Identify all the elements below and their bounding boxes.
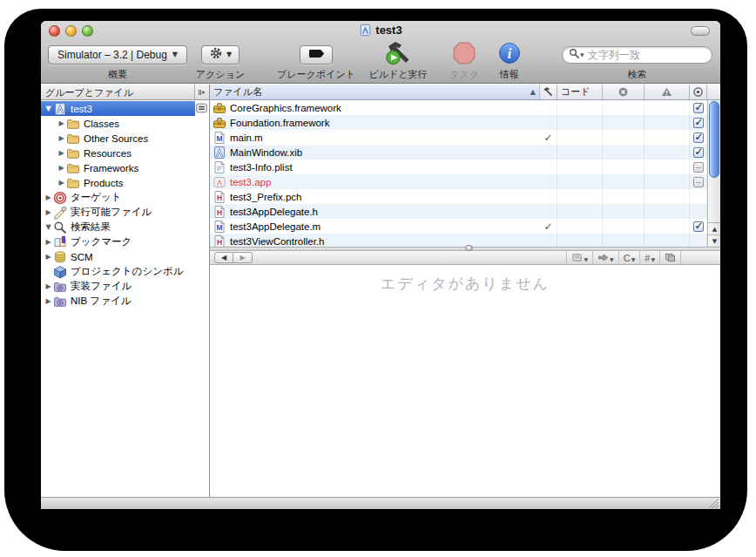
column-header-target[interactable] bbox=[690, 85, 707, 99]
search-scope-chevron-icon[interactable]: ▼ bbox=[580, 51, 584, 58]
action-button[interactable]: ▼ bbox=[201, 45, 240, 65]
disclosure-triangle-icon[interactable]: ▶ bbox=[57, 134, 66, 142]
row-menu-badge-icon[interactable] bbox=[196, 103, 207, 113]
sidebar-item-target-6[interactable]: ▶ターゲット bbox=[41, 190, 209, 205]
target-membership-checkbox[interactable] bbox=[693, 132, 704, 143]
counterpart-button[interactable] bbox=[659, 251, 680, 264]
scrollbar-thumb[interactable] bbox=[709, 101, 719, 178]
titlebar[interactable]: test3 bbox=[41, 21, 720, 40]
file-name-cell[interactable]: test3.app bbox=[210, 174, 540, 189]
disclosure-triangle-icon[interactable]: ▶ bbox=[57, 179, 66, 187]
forward-button[interactable]: ▶ bbox=[233, 252, 253, 263]
disclosure-triangle-icon[interactable]: ▶ bbox=[44, 208, 53, 216]
column-header-errors[interactable] bbox=[603, 85, 645, 99]
file-name-cell[interactable]: Mtest3AppDelegate.m bbox=[210, 219, 540, 234]
pending-edits-popup[interactable]: ▼ bbox=[592, 251, 618, 264]
line-number-popup[interactable]: # ▼ bbox=[639, 251, 659, 264]
file-name-cell[interactable]: MainWindow.xib bbox=[210, 145, 540, 160]
class-popup[interactable]: C ▼ bbox=[618, 251, 640, 264]
sidebar-item-folder-4[interactable]: ▶Frameworks bbox=[41, 160, 209, 175]
horizontal-splitter[interactable] bbox=[210, 247, 720, 250]
table-row[interactable]: Mtest3AppDelegate.m✓ bbox=[210, 219, 707, 234]
sidebar-item-xcode-project-0[interactable]: ▼test3 bbox=[41, 101, 209, 116]
table-row[interactable]: Htest3AppDelegate.h bbox=[210, 204, 707, 219]
sidebar-item-smart-group-12[interactable]: ▶実装ファイル bbox=[41, 279, 209, 294]
file-name-cell[interactable]: Htest3ViewController.h bbox=[210, 234, 540, 247]
splitter-dimple[interactable] bbox=[465, 245, 473, 251]
vertical-scrollbar[interactable]: ▲ ▼ bbox=[707, 100, 720, 247]
target-membership-checkbox[interactable] bbox=[693, 162, 704, 173]
sidebar-item-folder-2[interactable]: ▶Other Sources bbox=[41, 131, 209, 146]
table-row[interactable]: Htest3ViewController.h bbox=[210, 234, 707, 247]
build-and-go-icon[interactable] bbox=[383, 40, 413, 69]
sidebar-item-bookmarks-9[interactable]: ▶ブックマーク bbox=[41, 234, 209, 249]
errors-cell bbox=[603, 189, 645, 204]
sidebar-item-folder-5[interactable]: ▶Products bbox=[41, 175, 209, 190]
sidebar-split-toggle[interactable] bbox=[194, 85, 209, 99]
column-header-filename[interactable]: ファイル名 ▲ bbox=[210, 85, 540, 99]
disclosure-triangle-icon[interactable]: ▶ bbox=[44, 297, 53, 305]
sidebar-item-scm-10[interactable]: ▶SCM bbox=[41, 249, 209, 264]
build-label: ビルドと実行 bbox=[368, 69, 427, 80]
sidebar-item-smart-group-13[interactable]: ▶NIB ファイル bbox=[41, 294, 209, 309]
split-toggle-icon bbox=[197, 88, 207, 97]
file-name-cell[interactable]: CoreGraphics.framework bbox=[210, 100, 540, 115]
table-row[interactable]: test3.app bbox=[210, 174, 707, 189]
table-row[interactable]: test3-Info.plist bbox=[210, 160, 707, 174]
toolbar-item-build: ビルドと実行 bbox=[363, 40, 433, 80]
disclosure-triangle-icon[interactable]: ▶ bbox=[44, 253, 53, 261]
file-name-cell[interactable]: Htest3_Prefix.pch bbox=[210, 189, 540, 204]
disclosure-triangle-icon[interactable]: ▶ bbox=[57, 149, 66, 157]
disclosure-triangle-icon[interactable]: ▶ bbox=[57, 119, 66, 127]
column-header-compiled[interactable] bbox=[540, 85, 557, 99]
errors-cell bbox=[603, 145, 645, 160]
table-row[interactable]: Mmain.m✓ bbox=[210, 130, 707, 145]
column-header-code[interactable]: コード bbox=[557, 85, 603, 99]
target-membership-checkbox[interactable] bbox=[693, 103, 704, 113]
table-row[interactable]: Foundation.framework bbox=[210, 115, 707, 130]
overview-popup-button[interactable]: Simulator – 3.2 | Debug ▼ bbox=[48, 45, 187, 65]
toolbar-item-tasks: タスク bbox=[434, 40, 495, 80]
disclosure-triangle-icon[interactable]: ▶ bbox=[44, 282, 53, 290]
sidebar-item-project-symbols-11[interactable]: プロジェクトのシンボル bbox=[41, 264, 209, 279]
content-area: グループとファイル ▼test3▶Classes▶Other Sources▶R… bbox=[41, 85, 720, 497]
target-membership-checkbox[interactable] bbox=[693, 177, 704, 187]
back-button[interactable]: ◀ bbox=[214, 252, 233, 263]
file-name-cell[interactable]: Htest3AppDelegate.h bbox=[210, 204, 540, 219]
disclosure-triangle-icon[interactable]: ▶ bbox=[44, 194, 53, 201]
file-name-cell[interactable]: test3-Info.plist bbox=[210, 160, 540, 174]
search-icon[interactable] bbox=[569, 47, 580, 63]
sidebar-item-folder-3[interactable]: ▶Resources bbox=[41, 146, 209, 160]
filename-header-label: ファイル名 bbox=[213, 85, 262, 98]
overview-popup-value: Simulator – 3.2 | Debug bbox=[57, 49, 167, 61]
target-membership-checkbox[interactable] bbox=[693, 118, 704, 128]
scroll-down-arrow[interactable]: ▼ bbox=[708, 234, 720, 247]
disclosure-triangle-icon[interactable]: ▼ bbox=[44, 223, 53, 231]
file-name-cell[interactable]: Mmain.m bbox=[210, 130, 540, 145]
breakpoints-button[interactable] bbox=[300, 45, 333, 65]
sidebar-item-find-results-8[interactable]: ▼検索結果 bbox=[41, 220, 209, 234]
table-row[interactable]: CoreGraphics.framework bbox=[210, 100, 707, 115]
search-input[interactable] bbox=[588, 49, 720, 61]
table-row[interactable]: MainWindow.xib bbox=[210, 145, 707, 160]
column-header-warnings[interactable] bbox=[645, 85, 690, 99]
toolbar-toggle-capsule[interactable] bbox=[691, 26, 710, 36]
target-membership-checkbox[interactable] bbox=[693, 147, 704, 158]
window-title: test3 bbox=[41, 24, 720, 37]
bookmarks-popup[interactable]: ▼ bbox=[566, 251, 592, 264]
disclosure-triangle-icon[interactable]: ▼ bbox=[44, 105, 53, 112]
scroll-up-arrow[interactable]: ▲ bbox=[708, 223, 720, 234]
disclosure-triangle-icon[interactable]: ▶ bbox=[44, 238, 53, 246]
info-icon[interactable]: i bbox=[498, 42, 521, 68]
table-row[interactable]: Htest3_Prefix.pch bbox=[210, 189, 707, 204]
resize-grip[interactable] bbox=[708, 498, 719, 508]
search-field[interactable]: ▼ bbox=[562, 46, 712, 64]
sidebar-item-executable-7[interactable]: ▶実行可能ファイル bbox=[41, 205, 209, 220]
disclosure-triangle-icon[interactable]: ▶ bbox=[57, 164, 66, 172]
code-size-cell bbox=[557, 130, 603, 145]
file-name-cell[interactable]: Foundation.framework bbox=[210, 115, 540, 130]
sidebar-item-folder-1[interactable]: ▶Classes bbox=[41, 116, 209, 131]
target-membership-checkbox[interactable] bbox=[693, 221, 704, 232]
smart-group-icon bbox=[53, 295, 67, 309]
editor-area[interactable]: エディタがありません bbox=[210, 265, 720, 497]
